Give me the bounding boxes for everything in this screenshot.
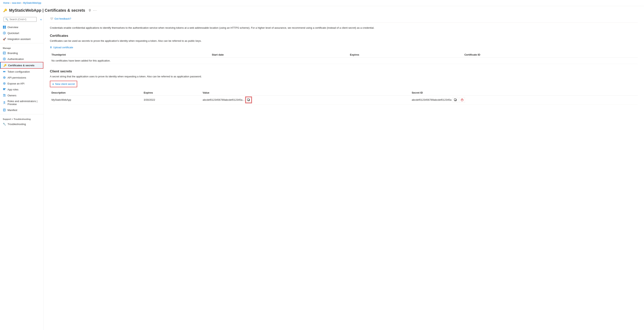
col-secrets-expires: Expires — [142, 90, 201, 96]
svg-point-22 — [3, 94, 4, 95]
sidebar-item-roles-label: Roles and administrators | Preview — [8, 100, 40, 106]
owners-icon — [3, 94, 6, 97]
copy-secretid-button[interactable] — [452, 97, 458, 103]
upload-label: Upload certificate — [53, 46, 73, 49]
svg-rect-19 — [3, 89, 4, 90]
sidebar-item-token-label: Token configuration — [8, 70, 30, 73]
app-icon: 🔑 — [3, 8, 7, 12]
sidebar-item-troubleshooting-label: Troubleshooting — [8, 123, 26, 126]
svg-rect-30 — [248, 99, 249, 100]
svg-rect-17 — [3, 88, 4, 89]
certificates-title: Certificates — [50, 34, 638, 38]
sidebar-item-integration-label: Integration assistant — [8, 38, 30, 40]
col-description: Description — [50, 90, 142, 96]
sidebar-item-branding[interactable]: Branding — [0, 50, 43, 56]
search-icon: 🔍 — [5, 18, 8, 21]
breadcrumb-home[interactable]: Home — [3, 2, 10, 4]
secret-expires: 3/30/2022 — [142, 95, 201, 104]
page-title: MyStaticWebApp | Certificates & secrets — [9, 8, 85, 13]
sidebar-item-branding-label: Branding — [8, 52, 18, 54]
support-section-label: Support + Troubleshooting — [0, 116, 43, 121]
svg-rect-10 — [3, 71, 4, 72]
new-secret-button[interactable]: + New client secret — [50, 81, 77, 87]
delete-secret-button[interactable] — [459, 97, 465, 103]
more-button[interactable]: ··· — [93, 9, 97, 12]
sidebar-item-authentication-label: Authentication — [8, 58, 24, 60]
secrets-title: Client secrets — [50, 70, 638, 74]
secrets-section: Client secrets A secret string that the … — [50, 70, 638, 104]
sidebar-item-certificates[interactable]: 🔑 Certificates & secrets — [0, 62, 43, 69]
feedback-icon: 🤍 — [50, 17, 53, 20]
col-value: Value — [201, 90, 410, 96]
svg-rect-21 — [5, 88, 6, 89]
secrets-table: Description Expires Value Secret ID MySt… — [50, 90, 638, 104]
authentication-icon — [3, 57, 6, 60]
pin-button[interactable]: ⚲ — [89, 8, 91, 12]
sidebar-item-manifest-label: Manifest — [8, 108, 17, 112]
main-layout: 🔍 « Overview Quickstart 🚀 Integration as… — [0, 15, 644, 330]
integration-icon: 🚀 — [3, 38, 6, 40]
breadcrumb: Home › swa-test › MyStaticWebApp — [0, 0, 644, 6]
manifest-icon — [3, 108, 6, 112]
upload-certificate-button[interactable]: ⬆ Upload certificate — [50, 45, 638, 50]
sidebar-search-container: 🔍 — [4, 17, 36, 22]
sidebar-item-expose-label: Expose an API — [8, 82, 24, 85]
collapse-button[interactable]: « — [40, 18, 42, 21]
svg-rect-11 — [4, 71, 4, 72]
token-icon — [3, 70, 6, 73]
sidebar-item-authentication[interactable]: Authentication — [0, 56, 43, 62]
secret-value-cell: abcdef0123456789abcdef012345a... — [201, 95, 410, 104]
svg-rect-18 — [4, 88, 5, 89]
svg-rect-12 — [4, 71, 5, 72]
expose-icon — [3, 82, 6, 85]
breadcrumb-app[interactable]: MyStaticWebApp — [23, 2, 41, 4]
sidebar-item-owners-label: Owners — [8, 94, 16, 97]
secret-id-text: abcdef0123456789abcdef012345a — [412, 98, 452, 101]
svg-rect-7 — [4, 53, 5, 53]
svg-point-24 — [4, 102, 5, 103]
certificates-empty-message: No certificates have been added for this… — [50, 57, 638, 64]
svg-rect-6 — [3, 52, 6, 54]
sidebar-item-troubleshooting[interactable]: 🔧 Troubleshooting — [0, 121, 43, 127]
col-thumbprint: Thumbprint — [50, 52, 210, 58]
quickstart-icon — [3, 32, 6, 34]
overview-icon — [3, 26, 6, 29]
breadcrumb-swa-test[interactable]: swa-test — [12, 2, 21, 4]
branding-icon — [3, 52, 6, 54]
secret-description: MyStaticWebApp — [50, 95, 142, 104]
sidebar-item-token[interactable]: Token configuration — [0, 69, 43, 74]
roles-icon — [3, 101, 6, 104]
new-secret-label: New client secret — [55, 82, 75, 86]
sidebar-item-expose[interactable]: Expose an API — [0, 80, 43, 86]
sidebar-item-roles[interactable]: Roles and administrators | Preview — [0, 98, 43, 107]
sidebar-item-api-label: API permissions — [8, 76, 26, 79]
svg-point-23 — [5, 94, 6, 95]
sidebar-item-integration[interactable]: 🚀 Integration assistant — [0, 36, 43, 42]
svg-rect-1 — [4, 26, 6, 27]
feedback-label: Got feedback? — [54, 17, 71, 20]
sidebar-item-api[interactable]: API permissions — [0, 74, 43, 80]
search-input[interactable] — [10, 18, 35, 21]
secrets-desc: A secret string that the application use… — [50, 75, 638, 78]
plus-icon: + — [52, 82, 54, 86]
sidebar-item-overview-label: Overview — [8, 26, 18, 29]
svg-rect-0 — [3, 26, 4, 27]
main-content: 🤍 Got feedback? Credentials enable confi… — [44, 15, 644, 330]
col-secretid: Secret ID — [410, 90, 638, 96]
delete-icon — [461, 98, 464, 101]
api-icon — [3, 76, 6, 79]
feedback-bar[interactable]: 🤍 Got feedback? — [50, 15, 638, 23]
sidebar-item-overview[interactable]: Overview — [0, 24, 43, 30]
sidebar-item-manifest[interactable]: Manifest — [0, 107, 43, 113]
copy-value-button[interactable] — [246, 97, 251, 103]
svg-rect-3 — [4, 27, 6, 28]
svg-rect-20 — [4, 89, 5, 90]
sidebar-item-approles[interactable]: App roles — [0, 86, 43, 92]
svg-marker-5 — [4, 32, 5, 34]
sidebar: 🔍 « Overview Quickstart 🚀 Integration as… — [0, 15, 44, 330]
sidebar-item-quickstart[interactable]: Quickstart — [0, 30, 43, 36]
svg-rect-13 — [5, 71, 5, 72]
certificates-desc: Certificates can be used as secrets to p… — [50, 39, 638, 42]
sidebar-item-owners[interactable]: Owners — [0, 92, 43, 98]
svg-rect-33 — [461, 99, 463, 101]
